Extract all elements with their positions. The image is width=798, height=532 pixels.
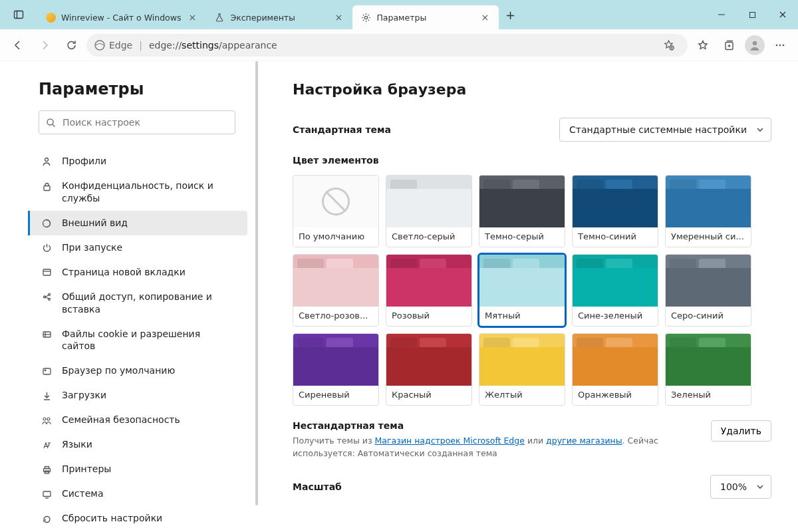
separator: | [139,40,142,51]
sidebar-item-label: Файлы cookie и разрешения сайтов [62,328,241,353]
sidebar-item[interactable]: Конфиденциальность, поиск и службы [28,174,247,211]
sidebar-item-label: Языки [62,438,241,451]
sidebar-item[interactable]: Браузер по умолчанию [28,358,247,383]
swatch-label: Сине-зеленый [573,307,658,326]
new-tab-button[interactable]: + [499,0,521,29]
globe-icon [45,12,56,23]
tab-label: Winreview - Сайт о Windows [61,13,181,23]
sidebar-item[interactable]: Система [28,481,247,506]
color-swatch[interactable]: Красный [386,333,472,406]
sidebar-item-label: Профили [62,155,241,168]
default-theme-label: Стандартная тема [293,124,391,135]
theme-hint-text: Получить темы из Магазин надстроек Micro… [293,435,698,460]
svg-rect-38 [43,491,51,497]
color-swatch[interactable]: Сине-зеленый [572,254,658,327]
color-swatch[interactable]: Темно-синий [572,175,658,247]
color-swatch[interactable]: Светло-серый [386,175,472,247]
titlebar: Winreview - Сайт о Windows×Эксперименты×… [0,0,798,29]
chevron-down-icon [756,126,764,134]
lang-icon [41,439,53,451]
back-button[interactable] [7,34,29,57]
close-tab-icon[interactable]: × [186,11,198,23]
sidebar-item[interactable]: Внешний вид [28,211,247,235]
color-swatch[interactable]: Серо-синий [665,254,751,327]
flask-icon [214,12,225,23]
sidebar-item[interactable]: Файлы cookie и разрешения сайтов [28,322,247,359]
search-input[interactable] [63,117,228,128]
maximize-button[interactable] [737,0,767,29]
color-swatch[interactable]: Желтый [479,333,565,406]
sidebar-item[interactable]: Сбросить настройки [28,506,247,531]
window-controls [706,0,798,29]
sidebar-scrollbar[interactable] [254,61,259,532]
color-swatch[interactable]: Темно-серый [479,175,565,247]
settings-sidebar: Параметры ПрофилиКонфиденциальность, пои… [0,61,259,532]
forward-button[interactable] [33,34,56,57]
lock-icon [41,180,53,192]
edge-icon [94,40,105,51]
scale-label: Масштаб [293,481,342,492]
brush-icon [41,217,53,229]
color-swatch[interactable]: Розовый [386,254,472,327]
favorites-button[interactable] [692,34,714,57]
other-stores-link[interactable]: другие магазины [546,436,622,446]
printer-icon [41,464,53,475]
browser-tab[interactable]: Параметры× [352,5,499,29]
close-tab-icon[interactable]: × [332,11,344,23]
swatch-label: Сиреневый [293,386,378,405]
sidebar-item-label: Сбросить настройки [62,512,241,525]
swatch-label: Темно-серый [479,227,565,247]
settings-search[interactable] [39,110,235,134]
no-color-icon [322,188,350,215]
swatch-label: Серо-синий [666,307,751,326]
svg-rect-0 [15,11,23,19]
sidebar-item[interactable]: Семейная безопасность [28,408,247,432]
refresh-button[interactable] [60,34,82,57]
close-button[interactable] [767,0,798,29]
color-swatch[interactable]: Зеленый [665,333,751,406]
collections-button[interactable] [718,34,741,57]
cookie-icon [41,329,53,340]
family-icon [41,414,53,426]
browser-tab[interactable]: Winreview - Сайт о Windows× [37,5,206,29]
tab-actions-button[interactable] [0,0,37,29]
add-favorite-icon[interactable] [657,34,680,57]
sidebar-item[interactable]: Загрузки [28,383,247,408]
color-swatch[interactable]: Оранжевый [572,333,658,406]
delete-theme-button[interactable]: Удалить [711,420,771,442]
scale-select[interactable]: 100% [710,475,771,499]
more-button[interactable] [769,34,791,57]
svg-point-15 [776,44,778,46]
page-heading: Настройка браузера [293,81,771,98]
sidebar-item-label: Страница новой вкладки [62,266,241,279]
color-swatch[interactable]: Умеренный си... [665,175,751,247]
svg-rect-21 [44,186,50,190]
search-icon [46,118,56,128]
address-bar[interactable]: Edge | edge://settings/appearance [86,34,688,57]
color-swatch[interactable]: Мятный [479,254,565,327]
sidebar-item[interactable]: Профили [28,149,247,174]
sidebar-item[interactable]: Общий доступ, копирование и вставка [28,285,247,322]
svg-rect-4 [749,12,755,17]
sidebar-item[interactable]: Языки [28,432,247,457]
color-swatch[interactable]: Светло-розов... [293,254,379,327]
swatch-label: Розовый [386,307,471,326]
sidebar-item[interactable]: Принтеры [28,457,247,481]
sidebar-item[interactable]: Страница новой вкладки [28,260,247,285]
swatch-label: Умеренный си... [666,227,751,247]
window-icon [41,267,53,279]
profile-avatar[interactable] [745,35,765,55]
browser-tab[interactable]: Эксперименты× [206,5,352,29]
power-icon [41,242,53,254]
default-theme-select[interactable]: Стандартные системные настройки [559,118,771,142]
addon-store-link[interactable]: Магазин надстроек Microsoft Edge [375,436,525,446]
color-swatch[interactable]: По умолчанию [293,175,379,247]
minimize-button[interactable] [706,0,737,29]
sidebar-item[interactable]: При запуске [28,235,247,260]
share-icon [41,291,53,303]
svg-point-18 [47,119,53,125]
close-tab-icon[interactable]: × [479,11,491,23]
sidebar-item-label: Браузер по умолчанию [62,364,241,377]
color-swatch[interactable]: Сиреневый [293,333,379,406]
swatch-label: Оранжевый [573,386,658,405]
